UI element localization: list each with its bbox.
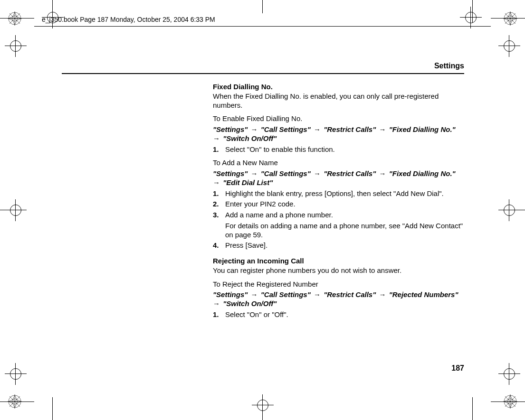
step-list: 1.Select "On" or "Off". <box>213 310 464 319</box>
arrow-icon: → <box>311 125 324 133</box>
step-item: 1.Select "On" to enable this function. <box>213 145 464 154</box>
header-rule <box>34 26 491 27</box>
arrow-icon: → <box>311 169 324 177</box>
svg-line-19 <box>510 12 513 19</box>
page-content: Settings Fixed Dialling No. When the Fix… <box>62 62 464 373</box>
target-mark-icon <box>501 202 517 218</box>
path-segment: "Settings" <box>213 169 248 177</box>
arrow-icon: → <box>248 169 260 177</box>
crop-mark <box>472 397 473 420</box>
step-list: 1.Select "On" to enable this function. <box>213 145 464 154</box>
target-mark-icon <box>501 38 517 54</box>
svg-line-34 <box>9 401 15 404</box>
svg-line-6 <box>15 12 18 19</box>
svg-line-38 <box>15 401 18 408</box>
svg-line-22 <box>510 16 516 19</box>
crop-mark <box>52 397 53 420</box>
registration-mark-icon <box>7 10 23 27</box>
path-segment: "Call Settings" <box>261 125 311 133</box>
paragraph: You can register phone numbers you do no… <box>213 266 464 275</box>
svg-line-18 <box>507 12 510 19</box>
svg-line-36 <box>15 401 21 404</box>
svg-line-7 <box>9 16 15 19</box>
sub-heading: To Enable Fixed Dialling No. <box>213 114 464 123</box>
step-number: 4. <box>213 241 225 250</box>
body-text: Fixed Dialling No. When the Fixed Dialli… <box>213 83 464 319</box>
target-mark-icon <box>501 366 517 382</box>
step-item: 3.Add a name and a phone number. <box>213 211 464 220</box>
path-segment: "Call Settings" <box>261 290 311 299</box>
step-text: Select "On" or "Off". <box>225 310 288 319</box>
nav-path: "Settings" → "Call Settings" → "Restrict… <box>213 290 464 308</box>
step-number: 3. <box>213 211 225 220</box>
registration-mark-icon <box>7 393 23 410</box>
step-number: 1. <box>213 310 225 319</box>
step-number: 1. <box>213 189 225 198</box>
registration-mark-icon <box>502 393 518 410</box>
arrow-icon: → <box>376 125 389 133</box>
step-text: Add a name and a phone number. <box>225 211 333 220</box>
arrow-icon: → <box>248 290 260 299</box>
crop-mark <box>262 0 263 13</box>
heading-rejecting: Rejecting an Incoming Call <box>213 257 464 266</box>
nav-path: "Settings" → "Call Settings" → "Restrict… <box>213 125 464 143</box>
svg-line-11 <box>12 19 15 25</box>
path-segment: "Restrict Calls" <box>324 169 376 177</box>
svg-line-8 <box>9 19 15 21</box>
arrow-icon: → <box>311 290 324 299</box>
step-text: Enter your PIN2 code. <box>225 200 296 209</box>
path-segment: "Fixed Dialling No." <box>389 169 456 177</box>
path-segment: "Fixed Dialling No." <box>389 125 456 133</box>
svg-line-37 <box>12 401 15 408</box>
target-mark-icon <box>463 9 479 26</box>
svg-line-44 <box>507 395 510 401</box>
section-rule <box>62 73 464 74</box>
target-mark-icon <box>8 202 24 218</box>
svg-line-31 <box>12 395 15 401</box>
target-mark-icon <box>8 38 24 54</box>
svg-line-33 <box>9 399 15 401</box>
svg-line-49 <box>510 401 516 404</box>
target-mark-icon <box>255 397 271 413</box>
svg-line-32 <box>15 395 18 401</box>
step-number: 2. <box>213 200 225 209</box>
arrow-icon: → <box>248 125 260 133</box>
step-item: 1.Select "On" or "Off". <box>213 310 464 319</box>
path-segment: "Call Settings" <box>261 169 311 177</box>
paragraph: When the Fixed Dialling No. is enabled, … <box>213 92 464 110</box>
svg-line-10 <box>15 19 21 21</box>
svg-line-46 <box>504 399 510 401</box>
step-number: 1. <box>213 145 225 154</box>
step-item: 4.Press [Save]. <box>213 241 464 250</box>
path-segment: "Settings" <box>213 125 248 133</box>
step-item: 2.Enter your PIN2 code. <box>213 200 464 209</box>
path-segment: "Rejected Numbers" <box>389 290 458 299</box>
svg-line-23 <box>510 19 516 21</box>
path-segment: "Restrict Calls" <box>324 125 376 133</box>
step-text: Select "On" to enable this function. <box>225 145 335 154</box>
registration-mark-icon <box>502 10 518 27</box>
arrow-icon: → <box>376 169 389 177</box>
step-text: Highlight the blank entry, press [Option… <box>225 189 444 198</box>
section-title: Settings <box>62 62 464 70</box>
svg-line-35 <box>15 399 21 401</box>
sub-heading: To Add a New Name <box>213 159 464 168</box>
svg-line-51 <box>510 401 513 408</box>
target-mark-icon <box>8 366 24 382</box>
svg-line-5 <box>12 12 15 19</box>
step-note: For details on adding a name and a phone… <box>225 222 464 240</box>
step-text: Press [Save]. <box>225 241 267 250</box>
step-list: 1.Highlight the blank entry, press [Opti… <box>213 189 464 220</box>
path-segment: "Switch On/Off" <box>223 134 277 142</box>
path-segment: "Switch On/Off" <box>223 299 277 308</box>
path-segment: "Restrict Calls" <box>324 290 376 299</box>
svg-line-50 <box>507 401 510 408</box>
path-segment: "Edit Dial List" <box>223 178 273 187</box>
svg-line-12 <box>15 19 18 25</box>
svg-line-9 <box>15 16 21 19</box>
svg-line-25 <box>510 19 513 25</box>
header-stamp: e_j350.book Page 187 Monday, October 25,… <box>42 16 215 23</box>
svg-line-48 <box>510 399 516 401</box>
svg-line-24 <box>507 19 510 25</box>
svg-line-21 <box>504 19 510 21</box>
